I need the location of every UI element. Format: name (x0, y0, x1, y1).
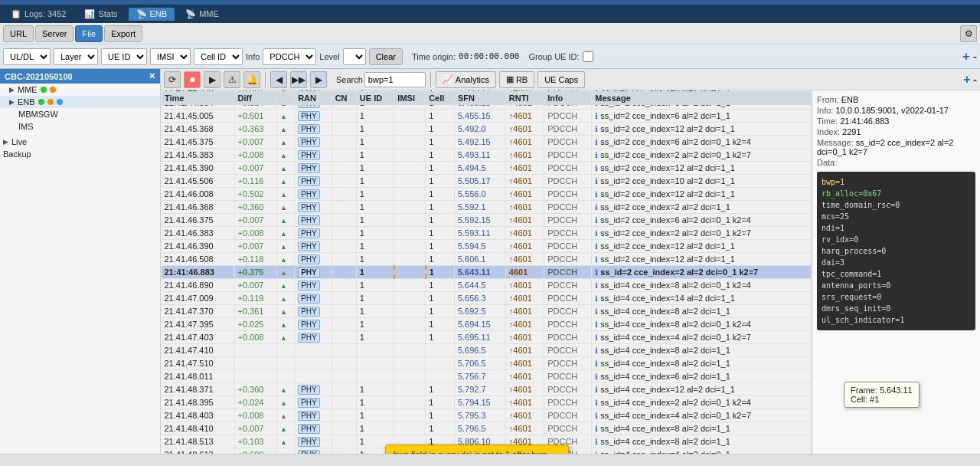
ue-caps-button[interactable]: UE Caps (537, 71, 585, 88)
table-row[interactable]: 21.41.48.410+0.007▲PHY115.796.5↑4601PDCC… (162, 422, 812, 435)
sidebar-item-backup[interactable]: Backup (0, 148, 160, 160)
msg-text: ss_id=2 cce_index=2 al=2 dci=0_1 k2=7 (598, 150, 751, 159)
sidebar-item-mbmsgw[interactable]: MBMSGW (0, 108, 160, 120)
table-row[interactable]: 21.41.48.403+0.008▲PHY115.795.3↑4601PDCC… (162, 409, 812, 422)
col-imsi: IMSI (394, 90, 426, 105)
table-row[interactable]: 21.41.46.008+0.502▲PHY115.556.0↑4601PDCC… (162, 188, 812, 201)
settings-icon[interactable]: ⚙ (960, 25, 977, 42)
app-title: Amarisoft Web GUI 2022-01-17 (20, 0, 153, 2)
table-row[interactable]: 21.41.47.5105.706.5↑4601PDCCHℹ ss_id=4 c… (162, 357, 812, 370)
cell-arrow: ▲ (277, 435, 295, 448)
tab-mme[interactable]: 📡 MME (178, 8, 227, 21)
add-filter-button[interactable]: + (962, 50, 969, 64)
cell-info: PDCCH (544, 253, 592, 266)
cell-rnti: ↑4601 (505, 422, 544, 435)
cell-message: ℹ ss_id=2 cce_index=2 al=2 dci=1_1 (592, 201, 812, 214)
stop-icon[interactable]: ■ (184, 71, 201, 88)
cell-cn (332, 383, 356, 396)
cell-time: 21.41.45.375 (162, 136, 235, 149)
table-row[interactable]: 21.41.46.383+0.008▲PHY115.593.11↑4601PDC… (162, 227, 812, 240)
imsi-select[interactable]: IMSI (150, 48, 191, 65)
group-ue-checkbox[interactable] (583, 51, 593, 62)
cell-time: 21.41.45.005 (162, 110, 235, 123)
tooltip-text: bwp field in every dci is set to 1 after… (394, 450, 547, 454)
table-row[interactable]: 21.41.45.390+0.007▲PHY115.494.5↑4601PDCC… (162, 162, 812, 175)
table-row[interactable]: 21.41.45.368+0.363▲PHY115.492.0↑4601PDCC… (162, 123, 812, 136)
tab-stats[interactable]: 📊 Stats (77, 8, 125, 21)
rb-button[interactable]: ▦ RB (499, 71, 534, 88)
rb-label: RB (516, 75, 528, 84)
zoom-out-icon[interactable]: - (973, 73, 977, 87)
close-icon[interactable]: ✕ (965, 0, 974, 2)
table-row[interactable]: 21.41.47.370+0.361▲PHY115.692.5↑4601PDCC… (162, 305, 812, 318)
tab-enb[interactable]: 📡 ENB (129, 8, 175, 21)
col-rnti: RNTI (505, 90, 544, 105)
table-row[interactable]: 21.41.46.508+0.118▲PHY115.606.1↑4601PDCC… (162, 253, 812, 266)
table-row[interactable]: 21.41.47.009+0.119▲PHY115.656.3↑4601PDCC… (162, 292, 812, 305)
table-row[interactable]: 21.41.46.890+0.007▲PHY115.644.5↑4601PDCC… (162, 279, 812, 292)
nav-next-icon[interactable]: ▶ (310, 71, 327, 88)
table-row[interactable]: 21.41.48.371+0.360▲PHY115.792.7↑4601PDCC… (162, 383, 812, 396)
search-input[interactable] (364, 72, 426, 87)
cell-cell: 1 (426, 331, 455, 344)
cell-cn (332, 448, 356, 455)
ueid-select[interactable]: UE ID (101, 48, 147, 65)
cell-cell: 1 (426, 305, 455, 318)
cellid-select[interactable]: Cell ID (194, 48, 243, 65)
table-row[interactable]: 21.41.45.506+0.116▲PHY115.505.17↑4601PDC… (162, 175, 812, 188)
sidebar-item-enb[interactable]: ▶ ENB (0, 96, 160, 108)
cell-message: ℹ ss_id=4 cce_index=2 al=2 dci=0_1 k2=4 (592, 396, 812, 409)
cell-arrow: ▲ (277, 279, 295, 292)
server-button[interactable]: Server (35, 25, 74, 42)
cell-imsi (394, 409, 426, 422)
sidebar-item-mme[interactable]: ▶ MME (0, 84, 160, 96)
table-row[interactable]: 21.41.46.368+0.360▲PHY115.592.1↑4601PDCC… (162, 201, 812, 214)
table-row[interactable]: 21.41.46.390+0.007▲PHY115.594.5↑4601PDCC… (162, 240, 812, 253)
cell-time: 21.41.48.395 (162, 396, 235, 409)
export-button[interactable]: Export (104, 25, 142, 42)
table-row[interactable]: 21.41.45.375+0.007▲PHY115.492.15↑4601PDC… (162, 136, 812, 149)
level-select[interactable] (343, 48, 366, 65)
cell-rnti: ↑4601 (505, 175, 544, 188)
sidebar-item-ims[interactable]: IMS (0, 120, 160, 133)
msg-text: ss_id=4 cce_index=8 al=2 dci=1_1 (598, 307, 730, 316)
pdcch-select[interactable]: PDCCH (263, 48, 316, 65)
zoom-in-icon[interactable]: + (963, 73, 970, 87)
table-row[interactable]: 21.41.47.403+0.008▲PHY115.695.11↑4601PDC… (162, 331, 812, 344)
sidebar-item-live[interactable]: ▶ Live (0, 136, 160, 148)
cell-imsi (394, 305, 426, 318)
step-icon[interactable]: ▶ (204, 71, 220, 88)
cell-message: ℹ ss_id=4 cce_index=8 al=2 dci=1_1 (592, 305, 812, 318)
bell-icon[interactable]: 🔔 (243, 71, 260, 88)
table-row[interactable]: 21.41.45.005+0.501▲PHY115.455.15↑4601PDC… (162, 110, 812, 123)
content-toolbar: ⟳ ■ ▶ ⚠ 🔔 ◀ ▶▶ ▶ Search 📈 Analytics ▦ RB (161, 69, 980, 90)
sidebar-close-icon[interactable]: ✕ (149, 71, 155, 81)
cell-time: 21.41.47.403 (162, 331, 235, 344)
nav-play-icon[interactable]: ▶▶ (290, 71, 307, 88)
analytics-button[interactable]: 📈 Analytics (436, 71, 496, 88)
table-row[interactable]: 21.41.47.4105.696.5↑4601PDCCHℹ ss_id=4 c… (162, 344, 812, 357)
remove-filter-button[interactable]: - (973, 50, 977, 64)
clear-button[interactable]: Clear (369, 48, 403, 65)
table-row[interactable]: 21.41.47.395+0.025▲PHY115.694.15↑4601PDC… (162, 318, 812, 331)
cell-ran: PHY (295, 123, 332, 136)
uldl-select[interactable]: UL/DL (3, 48, 51, 65)
warning-icon[interactable]: ⚠ (224, 71, 240, 88)
cell-info: PDCCH (544, 110, 592, 123)
table-row[interactable]: 21.41.48.395+0.024▲PHY115.794.15↑4601PDC… (162, 396, 812, 409)
cell-ueid: 1 (356, 253, 394, 266)
table-row[interactable]: 21.41.48.0115.756.7↑4601PDCCHℹ ss_id=4 c… (162, 370, 812, 383)
table-row[interactable]: 21.41.45.383+0.008▲PHY115.493.11↑4601PDC… (162, 149, 812, 162)
refresh-icon[interactable]: ⟳ (164, 71, 181, 88)
tab-logs[interactable]: 📋 Logs: 3452 (3, 8, 74, 21)
nav-prev-icon[interactable]: ◀ (270, 71, 287, 88)
msg-text: ss_id=2 cce_index=12 al=2 dci=1_1 (598, 163, 735, 172)
table-row[interactable]: 21:41:46.883+0.375▲PHY115.643.114601PDCC… (162, 266, 812, 279)
cell-arrow: ▲ (277, 201, 295, 214)
file-button[interactable]: File (75, 25, 103, 42)
layer-select[interactable]: Layer (54, 48, 98, 65)
cell-ran: PHY (295, 175, 332, 188)
col-cell: Cell (426, 90, 455, 105)
url-button[interactable]: URL (3, 25, 34, 42)
table-row[interactable]: 21.41.46.375+0.007▲PHY115.592.15↑4601PDC… (162, 214, 812, 227)
